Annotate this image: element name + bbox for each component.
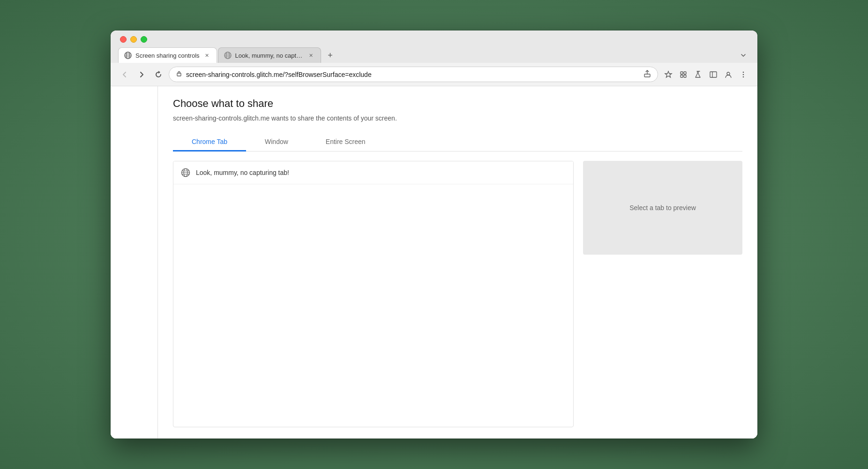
svg-point-18 — [727, 72, 730, 75]
tab1-title: Screen sharing controls — [135, 52, 200, 59]
tab1-globe-icon — [124, 52, 132, 59]
svg-point-20 — [743, 74, 744, 75]
tab-list-item[interactable]: Look, mummy, no capturing tab! — [173, 161, 573, 184]
address-text: screen-sharing-controls.glitch.me/?selfB… — [186, 71, 640, 78]
sidebar-button[interactable] — [707, 68, 720, 81]
tab-dropdown-button[interactable] — [737, 49, 750, 62]
menu-button[interactable] — [737, 68, 750, 81]
tab-window[interactable]: Window — [246, 133, 307, 151]
toolbar-actions — [662, 68, 750, 81]
tab-entire-screen[interactable]: Entire Screen — [307, 133, 384, 151]
share-icon[interactable] — [644, 70, 651, 79]
browser-tab-inactive[interactable]: Look, mummy, no capturing ta ✕ — [218, 47, 321, 63]
svg-rect-15 — [684, 75, 686, 77]
svg-rect-13 — [684, 72, 686, 74]
toolbar: screen-sharing-controls.glitch.me/?selfB… — [111, 63, 757, 86]
browser-tab-active[interactable]: Screen sharing controls ✕ — [118, 47, 217, 63]
svg-rect-14 — [681, 75, 683, 77]
minimize-button[interactable] — [130, 36, 137, 43]
tab1-close-icon[interactable]: ✕ — [203, 52, 211, 59]
tabs-row: Screen sharing controls ✕ Look, mummy, n… — [118, 47, 750, 63]
browser-window: Screen sharing controls ✕ Look, mummy, n… — [111, 30, 757, 439]
share-tabs-nav: Chrome Tab Window Entire Screen — [173, 133, 742, 151]
maximize-button[interactable] — [141, 36, 147, 43]
svg-point-19 — [743, 71, 744, 73]
new-tab-button[interactable]: + — [324, 49, 337, 62]
svg-rect-10 — [177, 73, 181, 76]
back-button[interactable] — [118, 68, 131, 81]
profile-button[interactable] — [722, 68, 735, 81]
page-content: Choose what to share screen-sharing-cont… — [111, 86, 757, 439]
screen-share-dialog: Choose what to share screen-sharing-cont… — [157, 86, 757, 439]
tab2-title: Look, mummy, no capturing ta — [235, 52, 304, 59]
preview-placeholder-text: Select a tab to preview — [629, 204, 696, 212]
tab2-close-icon[interactable]: ✕ — [307, 52, 315, 59]
tab-list-item-title: Look, mummy, no capturing tab! — [196, 169, 289, 176]
dialog-subtitle: screen-sharing-controls.glitch.me wants … — [173, 114, 742, 122]
bookmark-star-button[interactable] — [662, 68, 675, 81]
address-bar[interactable]: screen-sharing-controls.glitch.me/?selfB… — [169, 67, 658, 82]
tab2-globe-icon — [224, 52, 232, 59]
dialog-title: Choose what to share — [173, 98, 742, 110]
lock-icon — [176, 70, 182, 78]
svg-rect-16 — [710, 72, 717, 77]
title-bar: Screen sharing controls ✕ Look, mummy, n… — [111, 30, 757, 63]
preview-box: Select a tab to preview — [583, 161, 742, 255]
share-content-area: Look, mummy, no capturing tab! Select a … — [173, 161, 742, 427]
svg-rect-11 — [644, 74, 650, 77]
extensions-button[interactable] — [677, 68, 690, 81]
traffic-lights — [118, 36, 750, 43]
preview-panel: Select a tab to preview — [583, 161, 742, 427]
tab-chrome-tab[interactable]: Chrome Tab — [173, 133, 246, 151]
forward-button[interactable] — [135, 68, 148, 81]
reload-button[interactable] — [152, 68, 165, 81]
tab-list-item-globe-icon — [181, 168, 190, 177]
lab-flask-button[interactable] — [692, 68, 705, 81]
svg-rect-12 — [681, 72, 683, 74]
left-margin — [111, 86, 157, 439]
svg-point-21 — [743, 76, 744, 77]
tabs-list: Look, mummy, no capturing tab! — [173, 161, 574, 427]
close-button[interactable] — [120, 36, 127, 43]
